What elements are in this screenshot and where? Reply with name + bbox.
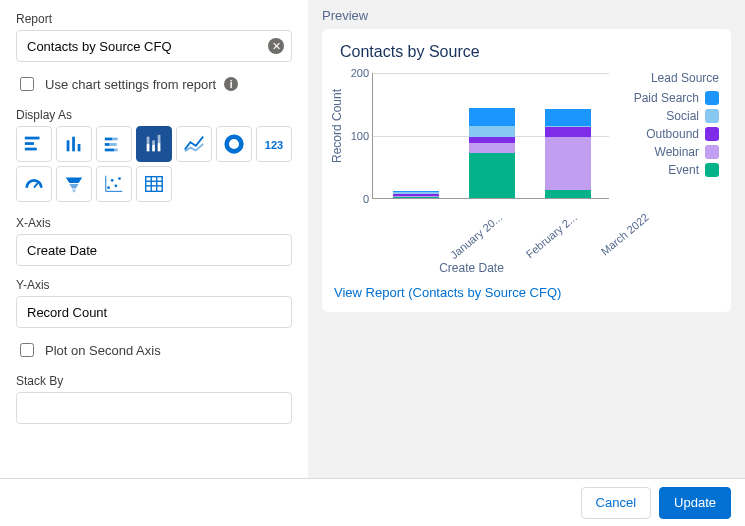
chart-type-line-icon[interactable]	[176, 126, 212, 162]
svg-rect-11	[114, 149, 118, 152]
chart-type-stacked-vbar-icon[interactable]	[136, 126, 172, 162]
stack-by-label: Stack By	[16, 374, 292, 388]
use-chart-settings-label: Use chart settings from report	[45, 77, 216, 92]
chart-legend: Lead Source Paid SearchSocialOutboundWeb…	[609, 67, 719, 277]
svg-rect-3	[67, 140, 70, 151]
chart-type-grid: 123	[16, 126, 292, 202]
bar-segment	[545, 127, 591, 136]
x-axis-label: X-Axis	[16, 216, 292, 230]
x-axis-title: Create Date	[439, 261, 504, 275]
legend-swatch	[705, 91, 719, 105]
cancel-button[interactable]: Cancel	[581, 487, 651, 519]
svg-marker-22	[69, 184, 78, 189]
legend-swatch	[705, 145, 719, 159]
y-tick: 0	[343, 193, 369, 205]
legend-item: Paid Search	[609, 91, 719, 105]
chart-type-hbar-icon[interactable]	[16, 126, 52, 162]
bar-segment	[469, 108, 515, 126]
legend-item-label: Event	[668, 163, 699, 177]
chart-type-gauge-icon[interactable]	[16, 166, 52, 202]
bar-segment	[545, 137, 591, 191]
chart-type-metric-icon[interactable]: 123	[256, 126, 292, 162]
info-icon[interactable]: i	[224, 77, 238, 91]
legend-item: Event	[609, 163, 719, 177]
settings-panel: Report ✕ Use chart settings from report …	[0, 0, 308, 478]
preview-card: Contacts by Source Record Count 0100200J…	[322, 29, 731, 312]
y-tick: 200	[343, 67, 369, 79]
chart-type-vbar-icon[interactable]	[56, 126, 92, 162]
display-as-label: Display As	[16, 108, 292, 122]
bar-segment	[393, 197, 439, 198]
report-label: Report	[16, 12, 292, 26]
bar-group	[393, 191, 439, 199]
svg-rect-5	[78, 144, 81, 151]
clear-report-icon[interactable]: ✕	[268, 38, 284, 54]
bar-segment	[469, 143, 515, 152]
svg-rect-0	[25, 137, 40, 140]
chart-area: Record Count 0100200January 20...Februar…	[334, 67, 609, 277]
svg-rect-30	[146, 177, 163, 192]
svg-rect-2	[25, 148, 37, 151]
y-axis-select[interactable]: Record Count	[16, 296, 292, 328]
y-axis-title: Record Count	[330, 89, 344, 163]
preview-heading: Preview	[322, 8, 731, 23]
x-axis-value: Create Date	[27, 243, 97, 258]
svg-rect-10	[105, 149, 114, 152]
chart-type-funnel-icon[interactable]	[56, 166, 92, 202]
y-axis-label: Y-Axis	[16, 278, 292, 292]
legend-swatch	[705, 127, 719, 141]
legend-item: Social	[609, 109, 719, 123]
dialog-footer: Cancel Update	[0, 478, 745, 526]
svg-rect-16	[158, 135, 161, 143]
plot-second-axis-checkbox[interactable]	[20, 343, 34, 357]
view-report-link[interactable]: View Report (Contacts by Source CFQ)	[334, 285, 719, 300]
chart-type-table-icon[interactable]	[136, 166, 172, 202]
svg-point-26	[114, 184, 117, 187]
svg-rect-17	[158, 143, 161, 151]
legend-title: Lead Source	[609, 71, 719, 85]
svg-rect-7	[112, 138, 118, 141]
legend-item-label: Outbound	[646, 127, 699, 141]
bar-group	[469, 108, 515, 198]
svg-point-27	[118, 177, 121, 180]
x-tick: February 2...	[524, 211, 579, 260]
chart-type-donut-icon[interactable]	[216, 126, 252, 162]
legend-item: Webinar	[609, 145, 719, 159]
svg-text:123: 123	[265, 139, 283, 151]
svg-point-24	[107, 186, 110, 189]
y-tick: 100	[343, 130, 369, 142]
svg-marker-23	[72, 190, 76, 193]
legend-swatch	[705, 109, 719, 123]
chart-title: Contacts by Source	[340, 43, 719, 61]
use-chart-settings-checkbox[interactable]	[20, 77, 34, 91]
bar-segment	[469, 153, 515, 198]
svg-rect-13	[147, 144, 150, 151]
svg-rect-4	[72, 137, 75, 152]
report-input[interactable]	[16, 30, 292, 62]
chart-type-stacked-hbar-icon[interactable]	[96, 126, 132, 162]
svg-rect-15	[152, 145, 155, 151]
x-tick: January 20...	[448, 211, 504, 261]
preview-panel: Preview Contacts by Source Record Count …	[308, 0, 745, 478]
y-axis-value: Record Count	[27, 305, 107, 320]
plot-second-axis-label: Plot on Second Axis	[45, 343, 161, 358]
x-axis-select[interactable]: Create Date	[16, 234, 292, 266]
svg-rect-1	[25, 142, 34, 145]
legend-item-label: Paid Search	[634, 91, 699, 105]
svg-rect-9	[109, 143, 116, 146]
svg-rect-6	[105, 138, 112, 141]
svg-line-20	[34, 183, 38, 188]
svg-rect-8	[105, 143, 110, 146]
svg-point-25	[111, 179, 114, 182]
svg-marker-21	[66, 178, 83, 184]
chart-plot: 0100200January 20...February 2...March 2…	[372, 73, 609, 199]
chart-type-scatter-icon[interactable]	[96, 166, 132, 202]
legend-swatch	[705, 163, 719, 177]
bar-segment	[469, 126, 515, 137]
svg-rect-12	[147, 137, 150, 144]
bar-segment	[545, 109, 591, 127]
stack-by-select[interactable]	[16, 392, 292, 424]
update-button[interactable]: Update	[659, 487, 731, 519]
bar-segment	[545, 190, 591, 198]
bar-group	[545, 109, 591, 198]
